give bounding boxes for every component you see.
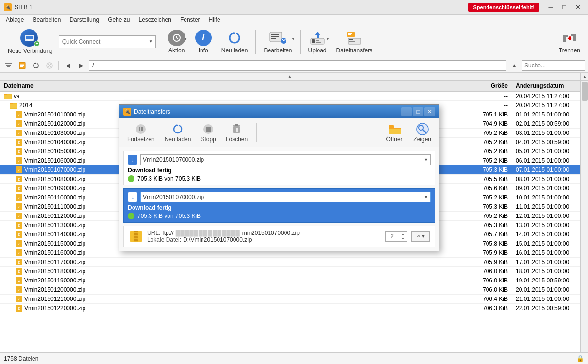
file-row-date: 21.01.2015 01:00:00 — [512, 295, 580, 303]
bearbeiten-label: Bearbeiten — [264, 47, 292, 54]
bookmarks-button[interactable] — [17, 60, 28, 71]
aktion-button[interactable]: Aktion ▼ — [164, 28, 189, 56]
zip-icon: Z — [16, 222, 22, 229]
path-value: / — [92, 62, 94, 69]
titlebar: 🔌 SITB 1 Spendenschlüssel fehlt! ─ □ ✕ — [0, 0, 588, 15]
dialog-maximize-button[interactable]: □ — [413, 107, 423, 116]
neue-verbindung-button[interactable]: + Neue Verbindung — [4, 28, 57, 56]
file-row[interactable]: ZVmin201501220000.zip706.3 KiB22.01.2015… — [0, 304, 580, 313]
scroll-thumb[interactable] — [582, 82, 588, 101]
col-header-size: Größe — [473, 82, 512, 90]
info-label: Info — [199, 47, 208, 54]
path-box[interactable]: / — [89, 60, 506, 71]
toolbar-sep-3 — [300, 30, 301, 54]
dialog-close-button[interactable]: ✕ — [424, 107, 435, 116]
dialog-minimize-button[interactable]: ─ — [401, 107, 412, 116]
zip-icon: Z — [16, 111, 22, 118]
url-info: URL: ftp:// ██████████████ min2015010700… — [147, 230, 381, 243]
file-row[interactable]: va--20.04.2015 11:27:00 — [0, 92, 580, 101]
zip-icon: Z — [16, 240, 22, 247]
svg-rect-15 — [312, 39, 315, 43]
dt-fortsetzen-button[interactable]: Fortsetzen — [124, 121, 158, 144]
search-box[interactable]: 🔍 — [522, 60, 585, 71]
file-row[interactable]: ZVmin201501200000.zip706.0 KiB20.01.2015… — [0, 285, 580, 295]
dt-loeschen-button[interactable]: Löschen — [223, 121, 251, 144]
scroll-up-arrow[interactable]: ▲ — [581, 73, 588, 81]
file-row-date: 05.01.2015 01:00:00 — [512, 148, 580, 155]
donate-button[interactable]: Spendenschlüssel fehlt! — [468, 3, 539, 12]
dt-stopp-button[interactable]: Stopp — [198, 121, 218, 144]
refresh-button[interactable] — [30, 60, 42, 71]
quick-connect-dropdown-arrow[interactable]: ▼ — [147, 39, 155, 44]
bearbeiten-button[interactable]: Bearbeiten ▼ — [260, 28, 296, 56]
transfer-select-2[interactable]: Vmin201501070000.zip ▼ — [140, 192, 431, 202]
file-row-size: 705.3 KiB — [473, 203, 512, 211]
svg-rect-23 — [349, 39, 353, 40]
svg-rect-20 — [348, 33, 352, 34]
file-row[interactable]: ZVmin201501180000.zip706.0 KiB18.01.2015… — [0, 267, 580, 276]
transfer-item-2[interactable]: ↓ Vmin201501070000.zip ▼ Download fertig… — [123, 188, 435, 223]
file-row[interactable]: ZVmin201501210000.zip706.4 KiB21.01.2015… — [0, 295, 580, 304]
svg-rect-10 — [271, 38, 276, 39]
quick-connect-combo[interactable]: ▼ — [59, 35, 156, 48]
url-suffix: min201501070000.zip — [242, 230, 300, 236]
maximize-button[interactable]: □ — [558, 2, 571, 13]
local-path: D:\Vmin201501070000.zip — [183, 236, 252, 243]
menu-hilfe[interactable]: Hilfe — [205, 16, 224, 24]
menu-gehe-zu[interactable]: Gehe zu — [104, 16, 134, 24]
forward-button[interactable]: ▶ — [75, 60, 87, 71]
file-row-name: va — [0, 92, 473, 100]
collapse-bar[interactable]: ▲ — [0, 73, 580, 81]
info-button[interactable]: i Info — [191, 28, 216, 56]
dt-oeffnen-button[interactable]: Öffnen — [383, 121, 406, 144]
flag-icon: 🏳 — [416, 234, 420, 239]
quick-connect-input[interactable] — [59, 38, 147, 45]
file-row[interactable]: ZVmin201501170000.zip705.9 KiB17.01.2015… — [0, 258, 580, 267]
zip-icon: Z — [16, 148, 22, 155]
url-zip-icon — [129, 229, 143, 244]
upload-button[interactable]: Upload ▼ — [304, 28, 331, 56]
search-input[interactable] — [524, 62, 588, 69]
minimize-button[interactable]: ─ — [544, 2, 557, 13]
file-row-name: ZVmin201501170000.zip — [0, 258, 473, 266]
zip-icon: Z — [16, 203, 22, 210]
file-pane-scrollbar[interactable]: ▲ — [580, 73, 588, 352]
transfer-status-2: Download fertig — [128, 204, 431, 211]
back-button[interactable]: ◀ — [62, 60, 73, 71]
transfer-item-1[interactable]: ↓ Vmin201501070000.zip ▼ Download fertig… — [123, 151, 435, 185]
counter-down-arrow[interactable]: ▼ — [399, 236, 407, 242]
transfer-select-arrow-1: ▼ — [424, 157, 428, 162]
menu-lesezeichen[interactable]: Lesezeichen — [135, 16, 175, 24]
url-prefix: ftp:// — [162, 230, 173, 236]
counter-box[interactable]: 2 ▲ ▼ — [385, 231, 407, 242]
menu-darstellung[interactable]: Darstellung — [66, 16, 103, 24]
menu-ablage[interactable]: Ablage — [2, 16, 28, 24]
menu-bearbeiten[interactable]: Bearbeiten — [29, 16, 65, 24]
file-row-size: 705.2 KiB — [473, 138, 512, 146]
file-row-date: 01.01.2015 01:00:00 — [512, 111, 580, 118]
close-button[interactable]: ✕ — [571, 2, 584, 13]
menu-fenster[interactable]: Fenster — [176, 16, 204, 24]
dt-neu-laden-button[interactable]: Neu laden — [162, 121, 194, 144]
path-up-button[interactable]: ▲ — [508, 60, 520, 71]
dt-zeigen-button[interactable]: Zeigen — [410, 121, 434, 144]
transfer-down-icon-1: ↓ — [128, 155, 137, 165]
dialog-app-icon: 🔌 — [123, 108, 131, 116]
filter-toggle-button[interactable] — [3, 60, 15, 71]
dialog-content: ↓ Vmin201501070000.zip ▼ Download fertig… — [119, 147, 439, 251]
transfer-select-1[interactable]: Vmin201501070000.zip ▼ — [140, 154, 431, 165]
file-row-date: 20.04.2015 11:27:00 — [512, 101, 580, 109]
flag-button[interactable]: 🏳 ▼ — [411, 231, 430, 242]
counter-up-arrow[interactable]: ▲ — [399, 231, 407, 236]
neu-laden-button[interactable]: Neu laden — [218, 28, 252, 56]
cancel-button[interactable] — [44, 60, 55, 71]
trennen-button[interactable]: Trennen — [555, 28, 584, 56]
file-row-date: 15.01.2015 01:00:00 — [512, 240, 580, 248]
neu-laden-label: Neu laden — [221, 47, 248, 54]
toolbar-sep-2 — [255, 30, 256, 54]
svg-rect-36 — [20, 65, 24, 66]
dateitransfers-button[interactable]: Dateitransfers — [333, 28, 377, 56]
file-row[interactable]: ZVmin201501190000.zip706.0 KiB19.01.2015… — [0, 276, 580, 285]
zip-icon: Z — [16, 157, 22, 164]
file-row-name: ZVmin201501210000.zip — [0, 295, 473, 303]
